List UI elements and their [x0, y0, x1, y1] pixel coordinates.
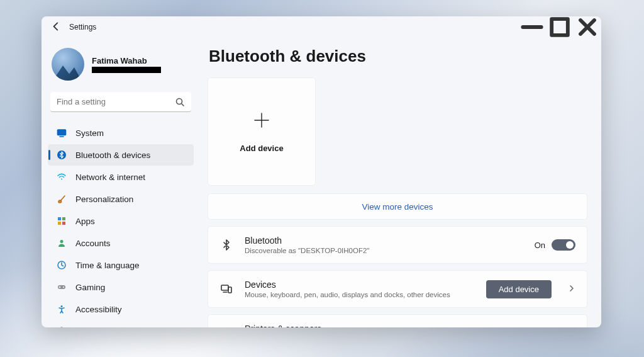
- svg-rect-15: [228, 287, 231, 293]
- minimize-button[interactable]: [518, 16, 546, 38]
- sidebar-item-label: Personalization: [75, 195, 133, 204]
- svg-rect-7: [58, 222, 61, 225]
- search-icon: [175, 97, 185, 107]
- svg-point-4: [61, 179, 62, 180]
- svg-rect-6: [62, 217, 65, 220]
- view-more-devices-link[interactable]: View more devices: [208, 193, 587, 220]
- sidebar-item-label: Gaming: [75, 283, 105, 292]
- sidebar-item-label: Time & language: [75, 261, 140, 270]
- bluetooth-toggle[interactable]: [552, 239, 575, 251]
- printer-icon: [219, 326, 233, 327]
- svg-rect-8: [62, 222, 65, 225]
- sidebar-item-label: Accessibility: [75, 305, 122, 314]
- sidebar-item-privacy[interactable]: Privacy & security: [48, 320, 194, 327]
- svg-rect-14: [221, 285, 228, 290]
- bluetooth-subtitle: Discoverable as "DESKTOP-0IH0OF2": [245, 247, 523, 254]
- sidebar-item-apps[interactable]: Apps: [48, 210, 194, 232]
- sidebar-item-label: Accounts: [75, 239, 111, 248]
- sidebar-item-label: System: [75, 128, 104, 138]
- close-button[interactable]: [574, 16, 601, 38]
- sidebar-item-label: Privacy & security: [75, 327, 143, 328]
- add-device-tile[interactable]: Add device: [208, 77, 316, 186]
- maximize-button[interactable]: [546, 16, 574, 38]
- sidebar-item-label: Bluetooth & devices: [75, 150, 150, 160]
- svg-point-9: [60, 240, 64, 243]
- wifi-icon: [57, 172, 67, 182]
- chevron-right-icon: [568, 284, 575, 294]
- gamepad-icon: [57, 282, 67, 292]
- titlebar: Settings: [42, 16, 601, 38]
- svg-point-12: [63, 286, 64, 288]
- monitor-icon: [57, 128, 67, 138]
- sidebar-item-bluetooth-devices[interactable]: Bluetooth & devices: [48, 144, 194, 166]
- settings-window: Settings Fatima Wahab: [42, 16, 601, 327]
- avatar: [52, 48, 84, 81]
- sidebar: Fatima Wahab System: [42, 38, 199, 327]
- shield-icon: [57, 326, 67, 327]
- sidebar-item-accounts[interactable]: Accounts: [48, 232, 194, 254]
- bluetooth-icon: [219, 238, 233, 252]
- svg-rect-2: [58, 130, 66, 135]
- bluetooth-title: Bluetooth: [245, 235, 523, 246]
- brush-icon: [57, 194, 67, 204]
- apps-icon: [57, 216, 67, 226]
- main-content[interactable]: Bluetooth & devices Add device View more…: [199, 38, 601, 327]
- search-box: [50, 92, 191, 112]
- devices-title: Devices: [245, 280, 475, 290]
- printers-card[interactable]: Printers & scanners Preferences, trouble…: [208, 314, 587, 327]
- accessibility-icon: [57, 304, 67, 314]
- bluetooth-card: Bluetooth Discoverable as "DESKTOP-0IH0O…: [208, 226, 587, 264]
- svg-point-13: [61, 305, 63, 307]
- sidebar-item-label: Apps: [75, 217, 95, 226]
- profile-block[interactable]: Fatima Wahab: [48, 43, 194, 89]
- plus-icon: [252, 111, 271, 135]
- sidebar-item-label: Network & internet: [75, 173, 145, 182]
- bluetooth-toggle-label: On: [535, 241, 545, 250]
- devices-card[interactable]: Devices Mouse, keyboard, pen, audio, dis…: [208, 270, 587, 308]
- window-title: Settings: [69, 23, 96, 31]
- svg-point-1: [177, 99, 182, 105]
- profile-email-redacted: [92, 67, 161, 73]
- bluetooth-icon: [57, 150, 67, 160]
- profile-name: Fatima Wahab: [92, 56, 161, 65]
- view-more-label: View more devices: [362, 202, 433, 212]
- sidebar-item-gaming[interactable]: Gaming: [48, 276, 194, 298]
- search-input[interactable]: [50, 92, 191, 112]
- sidebar-item-time-language[interactable]: Time & language: [48, 254, 194, 276]
- devices-subtitle: Mouse, keyboard, pen, audio, displays an…: [245, 291, 475, 298]
- sidebar-item-network[interactable]: Network & internet: [48, 166, 194, 188]
- svg-rect-5: [58, 217, 61, 220]
- sidebar-item-system[interactable]: System: [48, 122, 194, 144]
- printers-title: Printers & scanners: [245, 324, 552, 327]
- devices-icon: [219, 282, 233, 296]
- sidebar-item-accessibility[interactable]: Accessibility: [48, 298, 194, 320]
- svg-rect-0: [552, 19, 568, 35]
- back-button[interactable]: [50, 21, 62, 34]
- person-icon: [57, 238, 67, 248]
- sidebar-item-personalization[interactable]: Personalization: [48, 188, 194, 210]
- globe-clock-icon: [57, 260, 67, 270]
- add-device-button[interactable]: Add device: [486, 280, 552, 298]
- page-title: Bluetooth & devices: [209, 47, 587, 66]
- nav-list: System Bluetooth & devices Network & int…: [48, 122, 194, 327]
- add-device-tile-label: Add device: [240, 144, 283, 153]
